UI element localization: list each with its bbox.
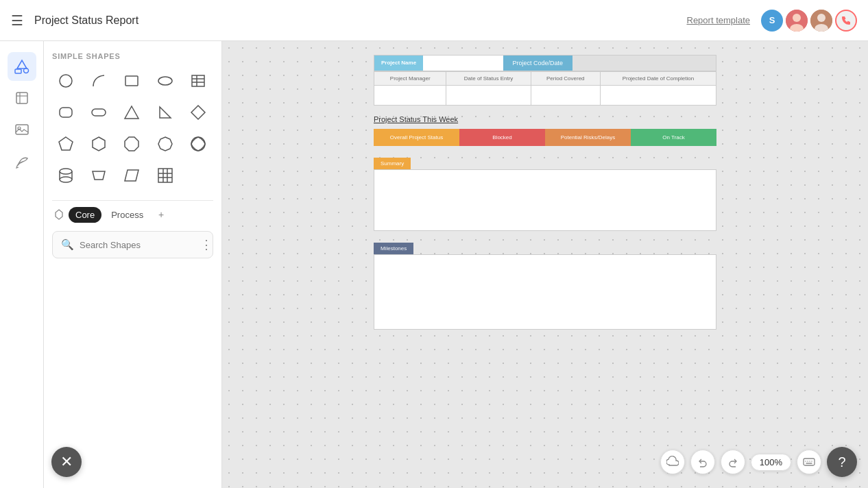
- decagon-shape[interactable]: [152, 130, 179, 158]
- cloud-save-btn[interactable]: [660, 450, 685, 474]
- status-heading: Project Status This Week: [374, 115, 716, 123]
- status-blocked: Blocked: [459, 129, 545, 146]
- col-completion: Projected Date of Completion: [600, 72, 716, 86]
- header: ☰ Project Status Report Report template …: [0, 0, 868, 41]
- svg-point-29: [191, 137, 205, 151]
- trapezoid-shape[interactable]: [85, 162, 112, 189]
- status-row: Overall Project Status Blocked Potential…: [374, 129, 716, 146]
- frame-tool-btn[interactable]: [8, 84, 36, 112]
- right-triangle-shape[interactable]: [152, 99, 179, 126]
- status-ontrack: On Track: [631, 129, 716, 146]
- milestones-label: Milestones: [374, 243, 413, 254]
- col-manager: Project Manager: [374, 72, 446, 86]
- image-tool-btn[interactable]: [8, 115, 36, 144]
- svg-marker-23: [160, 107, 171, 118]
- redo-btn[interactable]: [721, 450, 745, 474]
- report-content: Project Name Project Code/Date Project M…: [374, 55, 716, 330]
- summary-label: Summary: [374, 158, 411, 169]
- svg-rect-20: [60, 108, 72, 117]
- rounded-rect-shape[interactable]: [52, 99, 80, 126]
- summary-content: [374, 169, 716, 231]
- svg-marker-42: [56, 210, 62, 219]
- hexagon-shape[interactable]: [85, 130, 112, 158]
- page-title: Project Status Report: [34, 14, 676, 27]
- svg-point-13: [60, 75, 72, 87]
- svg-rect-8: [16, 93, 27, 103]
- draw-tool-btn[interactable]: [8, 147, 36, 175]
- svg-rect-16: [192, 75, 204, 86]
- help-btn[interactable]: ?: [827, 447, 857, 477]
- svg-point-4: [817, 14, 825, 22]
- phone-icon[interactable]: [835, 10, 857, 32]
- col-date: Date of Status Entry: [446, 72, 531, 86]
- date-cell: [446, 86, 531, 106]
- svg-point-34: [60, 177, 72, 182]
- svg-rect-14: [125, 76, 138, 86]
- completion-cell: [600, 86, 716, 106]
- shapes-tool-btn[interactable]: [8, 52, 36, 81]
- svg-marker-28: [158, 137, 172, 151]
- avatars-group: S: [761, 10, 857, 32]
- shape-tab-icon[interactable]: [52, 208, 66, 221]
- simple-shapes-label: SIMPLE SHAPES: [52, 52, 213, 60]
- shapes-grid: [52, 67, 213, 189]
- status-overall: Overall Project Status: [374, 129, 459, 146]
- summary-block: Summary: [374, 156, 716, 231]
- report-title-spacer: [572, 56, 716, 71]
- table-shape[interactable]: [184, 67, 212, 95]
- circle-shape[interactable]: [52, 67, 80, 95]
- canvas-area[interactable]: Project Name Project Code/Date Project M…: [222, 41, 868, 488]
- tab-process[interactable]: Process: [104, 207, 150, 223]
- diamond-shape[interactable]: [184, 99, 212, 126]
- search-input[interactable]: [80, 240, 195, 250]
- main-layout: SIMPLE SHAPES: [0, 41, 868, 488]
- search-icon: 🔍: [61, 239, 74, 251]
- col-period: Period Covered: [531, 72, 600, 86]
- menu-icon[interactable]: ☰: [11, 12, 23, 29]
- info-table: Project Manager Date of Status Entry Per…: [374, 71, 716, 106]
- svg-rect-43: [804, 459, 815, 465]
- table-row: [374, 86, 716, 106]
- milestones-block: Milestones: [374, 241, 716, 330]
- undo-btn[interactable]: [690, 450, 715, 474]
- svg-marker-24: [191, 106, 205, 119]
- svg-point-31: [60, 169, 72, 174]
- left-toolbar: [0, 41, 44, 488]
- milestones-content: [374, 254, 716, 330]
- tab-core[interactable]: Core: [69, 207, 101, 223]
- arc-shape[interactable]: [85, 67, 112, 95]
- octagon-shape[interactable]: [118, 130, 145, 158]
- avatar-s[interactable]: S: [761, 10, 783, 32]
- close-float-btn[interactable]: ✕: [51, 447, 82, 477]
- manager-cell: [374, 86, 446, 106]
- dodecagon-shape[interactable]: [184, 130, 212, 158]
- svg-rect-37: [158, 169, 172, 182]
- ellipse-shape[interactable]: [152, 67, 179, 95]
- avatar-a[interactable]: [810, 10, 832, 32]
- grid-shape[interactable]: [152, 162, 179, 189]
- keyboard-btn[interactable]: [797, 450, 821, 474]
- svg-marker-25: [59, 137, 73, 150]
- period-cell: [531, 86, 600, 106]
- parallelogram-shape[interactable]: [118, 162, 145, 189]
- shapes-panel: SIMPLE SHAPES: [44, 41, 222, 488]
- zoom-level: 100%: [751, 454, 791, 471]
- project-code-label: Project Code/Date: [503, 56, 573, 71]
- shape-tabs-bar: Core Process +: [52, 200, 213, 223]
- svg-marker-26: [93, 137, 105, 151]
- svg-rect-6: [15, 69, 21, 73]
- search-bar: 🔍 ⋮: [52, 231, 213, 258]
- pentagon-shape[interactable]: [52, 130, 80, 158]
- add-tab-btn[interactable]: +: [153, 206, 169, 223]
- bottom-toolbar: 100% ?: [660, 447, 857, 477]
- svg-marker-36: [125, 170, 138, 181]
- rectangle-shape[interactable]: [118, 67, 145, 95]
- pill-shape[interactable]: [85, 99, 112, 126]
- project-name-label: Project Name: [374, 56, 423, 71]
- more-options-icon[interactable]: ⋮: [200, 237, 213, 252]
- report-template-link[interactable]: Report template: [687, 15, 751, 25]
- cylinder-shape[interactable]: [52, 162, 80, 189]
- triangle-shape[interactable]: [118, 99, 145, 126]
- svg-marker-27: [125, 137, 138, 151]
- avatar-w[interactable]: [786, 10, 808, 32]
